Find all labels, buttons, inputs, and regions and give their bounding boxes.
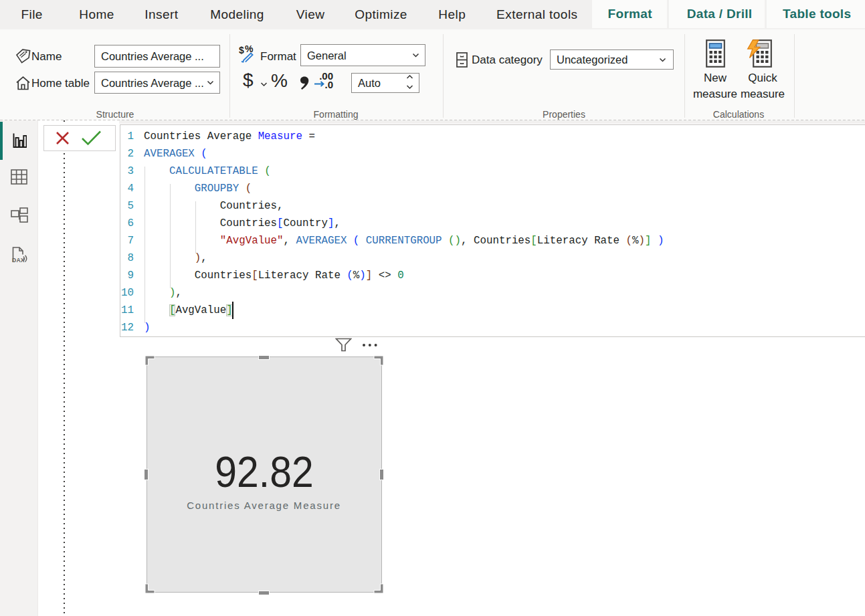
- svg-text:DAX: DAX: [12, 257, 25, 264]
